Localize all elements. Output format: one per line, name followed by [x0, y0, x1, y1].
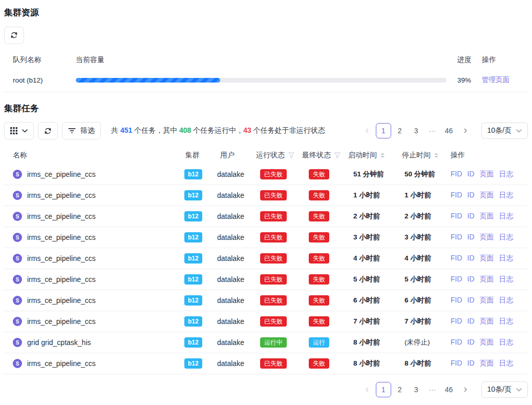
page-size-value: 10条/页 [487, 126, 512, 135]
id-link[interactable]: ID [467, 254, 475, 263]
run-status-header[interactable]: 运行状态 [252, 151, 298, 160]
fid-link[interactable]: FID [451, 317, 462, 326]
filter-button[interactable]: 筛选 [62, 122, 101, 139]
log-link[interactable]: 日志 [499, 233, 514, 242]
run-status-badge: 已失败 [260, 190, 287, 200]
fid-link[interactable]: FID [451, 296, 462, 305]
stop-time: 3 小时前 [405, 233, 431, 241]
user-label: datalake [217, 191, 244, 199]
sort-carets-icon[interactable] [434, 153, 438, 158]
pager-page-46[interactable]: 46 [441, 382, 457, 397]
pager-next-button[interactable] [458, 382, 473, 397]
page-link[interactable]: 页面 [480, 296, 494, 305]
cluster-badge: b12 [184, 232, 202, 242]
pager-page-2[interactable]: 2 [392, 382, 408, 397]
not-running-count: 43 [243, 126, 251, 134]
id-link[interactable]: ID [467, 317, 475, 326]
funnel-filter-icon[interactable] [288, 152, 294, 158]
queue-name: root (b12) [4, 76, 76, 84]
log-link[interactable]: 日志 [499, 317, 514, 326]
run-status-badge: 已失败 [260, 169, 287, 179]
page-size-select[interactable]: 10条/页 [481, 123, 528, 139]
pager-page-3[interactable]: 3 [409, 382, 424, 397]
avatar: S [13, 296, 22, 305]
cluster-badge: b12 [184, 253, 202, 264]
log-link[interactable]: 日志 [499, 170, 514, 179]
funnel-filter-icon[interactable] [334, 152, 341, 158]
final-status-header[interactable]: 最终状态 [298, 151, 342, 160]
manage-page-link[interactable]: 管理页面 [482, 76, 509, 84]
pager-prev-button[interactable] [359, 382, 375, 397]
avatar: S [13, 191, 22, 200]
total-count: 451 [120, 126, 132, 134]
final-status-badge: 失败 [309, 358, 329, 369]
page-link[interactable]: 页面 [480, 254, 494, 263]
id-link[interactable]: ID [467, 296, 475, 305]
cluster-badge: b12 [184, 337, 202, 348]
pager-page-2[interactable]: 2 [392, 123, 408, 138]
fid-link[interactable]: FID [451, 275, 462, 284]
log-link[interactable]: 日志 [499, 212, 514, 221]
id-link[interactable]: ID [467, 191, 475, 200]
run-status-badge: 已失败 [260, 316, 287, 327]
log-link[interactable]: 日志 [499, 191, 514, 200]
column-settings-button[interactable] [4, 122, 34, 139]
tasks-refresh-button[interactable] [38, 122, 58, 139]
resources-refresh-button[interactable] [4, 27, 24, 44]
pager-next-button[interactable] [458, 123, 473, 138]
resource-row: root (b12) 39% 管理页面 [4, 69, 528, 92]
page-link[interactable]: 页面 [480, 275, 494, 284]
log-link[interactable]: 日志 [499, 359, 514, 368]
fid-link[interactable]: FID [451, 191, 462, 200]
run-status-badge: 已失败 [260, 211, 287, 221]
pager-page-46[interactable]: 46 [441, 123, 457, 138]
fid-link[interactable]: FID [451, 233, 462, 242]
page-size-select[interactable]: 10条/页 [481, 381, 528, 398]
id-link[interactable]: ID [467, 275, 475, 284]
user-label: datalake [217, 233, 244, 241]
fid-link[interactable]: FID [451, 359, 462, 368]
page-link[interactable]: 页面 [480, 359, 494, 368]
pager-page-3[interactable]: 3 [409, 123, 424, 138]
task-row: S irms_ce_pipeline_ccs b12 datalake 已失败 … [4, 185, 528, 206]
pager-prev-button[interactable] [359, 123, 375, 138]
pager-page-1[interactable]: 1 [376, 382, 391, 397]
fid-link[interactable]: FID [451, 254, 462, 263]
user-label: datalake [217, 170, 244, 178]
task-name: irms_ce_pipeline_ccs [27, 233, 96, 241]
log-link[interactable]: 日志 [499, 338, 514, 347]
chevron-right-icon [463, 128, 468, 133]
id-link[interactable]: ID [467, 212, 475, 221]
log-link[interactable]: 日志 [499, 254, 514, 263]
log-link[interactable]: 日志 [499, 275, 514, 284]
stop-time-header[interactable]: 停止时间 [397, 151, 444, 160]
run-status-badge: 运行中 [260, 337, 287, 348]
fid-link[interactable]: FID [451, 212, 462, 221]
final-status-badge: 失败 [309, 316, 329, 327]
id-link[interactable]: ID [467, 359, 475, 368]
capacity-header: 当前容量 [76, 55, 454, 65]
page-link[interactable]: 页面 [480, 317, 494, 326]
start-time: 7 小时前 [353, 317, 380, 325]
resources-title: 集群资源 [4, 8, 528, 18]
run-status-badge: 已失败 [260, 253, 287, 264]
avatar: S [13, 170, 22, 179]
fid-link[interactable]: FID [451, 338, 462, 347]
task-name: irms_ce_pipeline_ccs [27, 254, 96, 262]
fid-link[interactable]: FID [451, 170, 462, 179]
id-link[interactable]: ID [467, 170, 475, 179]
pager-page-1[interactable]: 1 [376, 123, 391, 138]
final-status-badge: 失败 [309, 295, 329, 306]
page-link[interactable]: 页面 [480, 212, 494, 221]
page-link[interactable]: 页面 [480, 233, 494, 242]
start-time-header[interactable]: 启动时间 [342, 151, 397, 160]
task-name: irms_ce_pipeline_ccs [27, 170, 96, 178]
log-link[interactable]: 日志 [499, 296, 514, 305]
stop-time: 2 小时前 [405, 212, 431, 220]
id-link[interactable]: ID [467, 338, 475, 347]
sort-carets-icon[interactable] [380, 153, 385, 158]
page-link[interactable]: 页面 [480, 170, 494, 179]
id-link[interactable]: ID [467, 233, 475, 242]
page-link[interactable]: 页面 [480, 338, 494, 347]
page-link[interactable]: 页面 [480, 191, 494, 200]
